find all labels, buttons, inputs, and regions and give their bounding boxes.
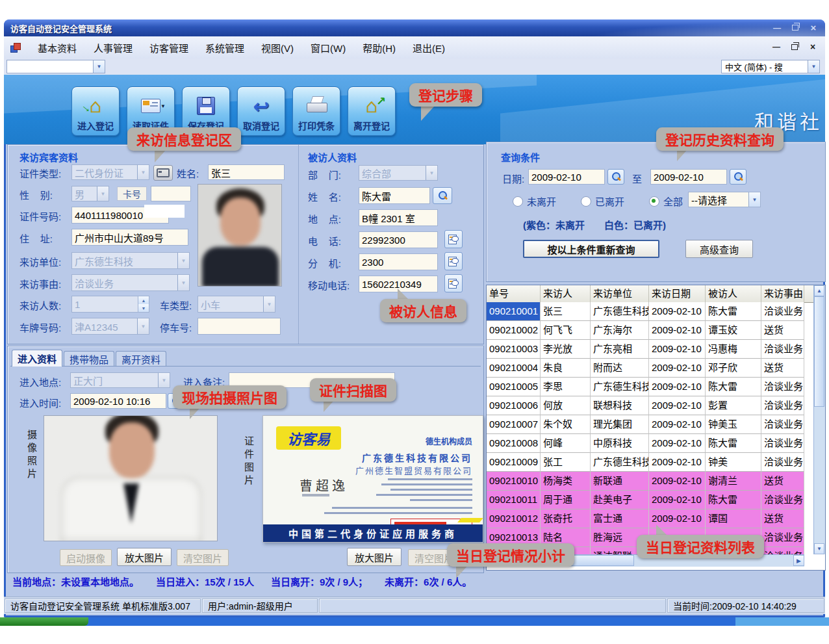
scroll-right-icon[interactable]: ▶ xyxy=(793,555,804,566)
visitee-phone-input[interactable]: 22992300 xyxy=(359,231,438,248)
table-row[interactable]: 090210002何飞飞广东海尔2009-02-10谭玉姣送货 xyxy=(487,321,804,340)
enter-register-button[interactable]: ⌂→ 进入登记 xyxy=(71,86,120,136)
table-cell[interactable]: 090210006 xyxy=(487,396,541,415)
table-cell[interactable]: 2009-02-10 xyxy=(649,378,706,396)
table-cell[interactable]: 理光集团 xyxy=(591,415,649,434)
table-cell[interactable]: 洽谈业务 xyxy=(761,415,804,434)
language-selector[interactable]: 中文 (简体) - 搜 ▼ xyxy=(721,60,820,73)
minimize-icon[interactable]: — xyxy=(769,21,785,34)
visitor-name-input[interactable]: 张三 xyxy=(208,164,285,180)
table-cell[interactable]: 2009-02-10 xyxy=(649,396,706,415)
date-from-input[interactable]: 2009-02-10 xyxy=(528,169,605,185)
date-to-picker-button[interactable] xyxy=(730,169,746,185)
zoom-photo-button[interactable]: 放大图片 xyxy=(117,548,172,566)
table-cell[interactable]: 朱良 xyxy=(541,359,591,378)
table-cell[interactable]: 090210012 xyxy=(487,509,541,528)
tab-leave-info[interactable]: 离开资料 xyxy=(116,351,166,367)
table-header-cell[interactable]: 来访事由 xyxy=(761,285,804,302)
table-cell[interactable]: 洽谈业务 xyxy=(761,434,804,453)
call-ext-button[interactable] xyxy=(444,252,463,270)
cert-type-combo[interactable]: 二代身份证▼ xyxy=(71,164,149,180)
address-input[interactable]: 广州市中山大道89号 xyxy=(71,229,188,246)
table-cell[interactable]: 2009-02-10 xyxy=(649,491,706,509)
table-cell[interactable]: 中原科技 xyxy=(591,434,649,453)
table-cell[interactable]: 何峰 xyxy=(541,434,591,453)
table-cell[interactable]: 陈大雷 xyxy=(706,434,761,453)
card-reader-button[interactable] xyxy=(153,165,173,181)
visitee-name-input[interactable]: 陈大雷 xyxy=(359,187,430,204)
visitee-ext-input[interactable]: 2300 xyxy=(359,253,438,270)
table-row[interactable]: 090210004朱良附而达2009-02-10邓子欣送货 xyxy=(487,359,804,378)
table-cell[interactable]: 广东德生科技 xyxy=(591,453,649,472)
table-cell[interactable]: 陈大雷 xyxy=(706,378,761,396)
table-cell[interactable]: 洽谈业务 xyxy=(761,547,804,554)
table-cell[interactable]: 2009-02-10 xyxy=(649,321,706,340)
table-cell[interactable]: 李光放 xyxy=(541,340,591,359)
table-row[interactable]: 090210011周于通赴美电子2009-02-10陈大雷洽谈业务 xyxy=(487,491,804,509)
menu-item-visitor[interactable]: 访客管理 xyxy=(141,38,197,57)
call-phone-button[interactable] xyxy=(444,230,463,248)
table-header-cell[interactable]: 被访人 xyxy=(706,285,761,302)
table-cell[interactable]: 2009-02-10 xyxy=(649,302,706,321)
status-radio-option[interactable]: 未离开 xyxy=(513,196,556,207)
table-cell[interactable]: 洽谈业务 xyxy=(761,491,804,509)
table-cell[interactable]: 090210010 xyxy=(487,472,541,491)
table-cell[interactable]: 送货 xyxy=(761,472,804,491)
table-cell[interactable]: 090210001 xyxy=(487,302,541,321)
start-camera-button[interactable]: 启动摄像 xyxy=(60,549,112,566)
card-no-input[interactable] xyxy=(151,186,191,201)
table-row[interactable]: 090210007朱个奴理光集团2009-02-10钟美玉洽谈业务 xyxy=(487,415,804,434)
filter-select-combo[interactable]: --请选择▼ xyxy=(688,192,761,207)
table-cell[interactable]: 送货 xyxy=(761,321,804,340)
scroll-up-icon[interactable]: ▲ xyxy=(814,285,824,296)
table-cell[interactable]: 090210011 xyxy=(487,491,541,509)
dropdown-arrow-icon[interactable]: ▼ xyxy=(808,60,819,73)
table-header-cell[interactable]: 来访人 xyxy=(541,285,591,302)
radio-icon[interactable] xyxy=(513,196,523,207)
table-cell[interactable]: 谢清兰 xyxy=(706,472,761,491)
table-row[interactable]: 090210005李思广东德生科技2009-02-10陈大雷洽谈业务 xyxy=(487,378,804,396)
visitee-place-input[interactable]: B幢 2301 室 xyxy=(359,209,438,226)
parking-input[interactable] xyxy=(198,318,281,335)
leave-register-button[interactable]: ⌂↗ 离开登记 xyxy=(348,86,396,136)
table-cell[interactable]: 张工 xyxy=(541,453,591,472)
table-cell[interactable]: 邓子欣 xyxy=(706,359,761,378)
vertical-scroll-thumb[interactable] xyxy=(814,296,824,407)
vertical-scrollbar[interactable]: ▲ ▼ xyxy=(813,285,825,554)
advanced-query-button[interactable]: 高级查询 xyxy=(685,240,753,258)
menu-item-hr[interactable]: 人事管理 xyxy=(85,38,141,57)
quick-select-combo[interactable]: ▼ xyxy=(6,60,105,73)
requery-button[interactable]: 按以上条件重新查询 xyxy=(523,240,659,258)
table-cell[interactable]: 彭置 xyxy=(706,396,761,415)
spinner-arrows-icon[interactable]: ▲▼ xyxy=(138,296,149,312)
table-row[interactable]: 090210001张三广东德生科技2009-02-10陈大雷洽谈业务 xyxy=(487,302,804,321)
close-icon[interactable]: × xyxy=(806,21,821,34)
table-cell[interactable]: 2009-02-10 xyxy=(649,472,706,491)
plate-combo[interactable]: 津A12345▼ xyxy=(71,318,149,335)
table-cell[interactable]: 何飞飞 xyxy=(541,321,591,340)
table-cell[interactable]: 2009-02-10 xyxy=(649,415,706,434)
table-cell[interactable]: 冯惠梅 xyxy=(706,340,761,359)
radio-icon[interactable] xyxy=(649,196,659,207)
table-cell[interactable]: 090210009 xyxy=(487,453,541,472)
menu-item-exit[interactable]: 退出(E) xyxy=(404,38,453,57)
table-cell[interactable]: 钟美玉 xyxy=(706,415,761,434)
date-from-picker-button[interactable] xyxy=(607,169,624,185)
menu-item-basic[interactable]: 基本资料 xyxy=(29,38,85,57)
scroll-down-icon[interactable]: ▼ xyxy=(814,543,824,554)
table-cell[interactable]: 朱个奴 xyxy=(541,415,591,434)
gender-combo[interactable]: 男▼ xyxy=(71,186,109,201)
table-cell[interactable]: 2009-02-10 xyxy=(649,434,706,453)
table-header-cell[interactable]: 来访日期 xyxy=(649,285,706,302)
entry-place-combo[interactable]: 正大门▼ xyxy=(70,372,170,388)
table-cell[interactable]: 赴美电子 xyxy=(591,491,649,509)
dropdown-arrow-icon[interactable]: ▼ xyxy=(748,192,760,207)
status-radio-option[interactable]: 全部 xyxy=(649,196,683,207)
table-cell[interactable]: 090210007 xyxy=(487,415,541,434)
table-cell[interactable]: 陈大雷 xyxy=(706,302,761,321)
table-cell[interactable]: 陈大雷 xyxy=(706,491,761,509)
table-row[interactable]: 090210012张奇托富士通2009-02-10谭国送货 xyxy=(487,509,804,528)
date-to-input[interactable]: 2009-02-10 xyxy=(650,169,727,185)
menu-item-window[interactable]: 窗口(W) xyxy=(302,38,354,57)
table-cell[interactable]: 何放 xyxy=(541,396,591,415)
